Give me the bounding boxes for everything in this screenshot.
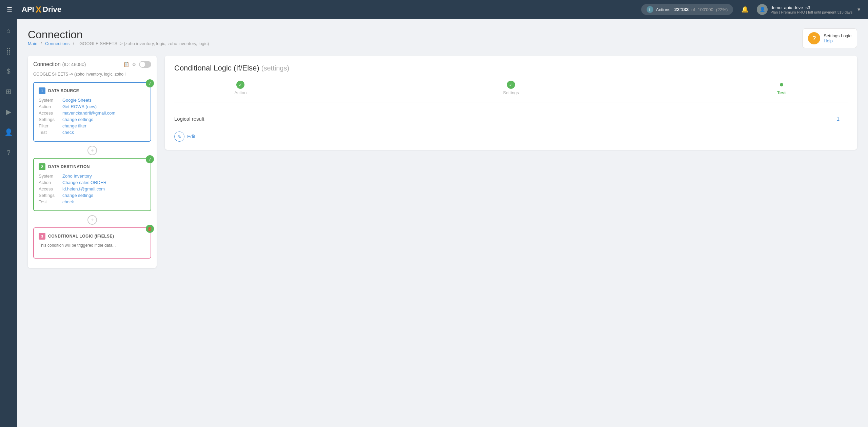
sidebar: ⌂ ⣿ $ ⊞ ▶ 👤 ? bbox=[0, 19, 17, 427]
topnav: ☰ APIXDrive i Actions: 22'133 of 100'000… bbox=[0, 0, 868, 19]
right-panel: Conditional Logic (If/Else) (settings) ✓… bbox=[165, 56, 857, 150]
step-settings-check: ✓ bbox=[507, 81, 515, 89]
enable-toggle[interactable] bbox=[139, 61, 151, 68]
add-connector-2[interactable]: + bbox=[87, 215, 97, 225]
step-line-1 bbox=[310, 88, 442, 88]
info-icon: i bbox=[647, 6, 653, 13]
source-test-val[interactable]: check bbox=[62, 130, 74, 135]
source-access-row: Access maverickandrii@gmail.com bbox=[39, 110, 146, 116]
step-test: Test bbox=[715, 81, 848, 95]
dest-settings-row: Settings change settings bbox=[39, 193, 146, 198]
connection-card-header: Connection (ID: 48080) 📋 ⚙ bbox=[33, 61, 151, 68]
dest-test-val[interactable]: check bbox=[62, 199, 74, 204]
notifications-bell[interactable]: 🔔 bbox=[741, 6, 749, 13]
breadcrumb-current: GOOGLE SHEETS -> (zoho inventory, logic,… bbox=[79, 41, 209, 46]
chevron-down-icon: ▼ bbox=[856, 7, 861, 12]
source-number: 1 bbox=[39, 87, 45, 94]
destination-number: 2 bbox=[39, 163, 45, 170]
breadcrumb-sep2: / bbox=[73, 41, 74, 46]
help-icon: ? bbox=[808, 32, 820, 44]
connector-2: + bbox=[33, 215, 151, 225]
source-test-row: Test check bbox=[39, 130, 146, 135]
dest-system-row: System Zoho Inventory bbox=[39, 174, 146, 179]
breadcrumb-main[interactable]: Main bbox=[28, 41, 37, 46]
source-filter-label: Filter bbox=[39, 123, 62, 128]
step-action-label: Action bbox=[234, 90, 246, 95]
dest-test-label: Test bbox=[39, 199, 62, 204]
source-access-label: Access bbox=[39, 110, 62, 116]
panel-title-text: Conditional Logic (If/Else) bbox=[174, 64, 259, 72]
logo-api: API bbox=[22, 5, 34, 14]
steps-bar: ✓ Action ✓ Settings Test bbox=[174, 81, 848, 102]
panel-title: Conditional Logic (If/Else) (settings) bbox=[174, 64, 848, 73]
source-title: DATA SOURCE bbox=[48, 88, 79, 93]
breadcrumb-sep1: / bbox=[41, 41, 42, 46]
panel-settings-label: (settings) bbox=[261, 64, 289, 72]
sidebar-item-billing[interactable]: $ bbox=[2, 65, 15, 77]
source-system-val[interactable]: Google Sheets bbox=[62, 98, 92, 103]
source-test-label: Test bbox=[39, 130, 62, 135]
dest-test-row: Test check bbox=[39, 199, 146, 204]
source-check-icon: ✓ bbox=[146, 79, 154, 87]
card-icons: 📋 ⚙ bbox=[123, 61, 151, 68]
sidebar-item-briefcase[interactable]: ⊞ bbox=[2, 85, 15, 98]
copy-icon[interactable]: 📋 bbox=[123, 62, 129, 67]
help-label[interactable]: Help bbox=[824, 38, 851, 43]
destination-header: 2 DATA DESTINATION bbox=[39, 163, 146, 170]
sidebar-item-home[interactable]: ⌂ bbox=[2, 24, 15, 37]
dest-access-row: Access ld.helen.f@gmail.com bbox=[39, 186, 146, 191]
help-button[interactable]: ? Settings Logic Help bbox=[802, 28, 857, 48]
add-connector-1[interactable]: + bbox=[87, 146, 97, 155]
step-line-2 bbox=[580, 88, 712, 88]
dest-access-val[interactable]: ld.helen.f@gmail.com bbox=[62, 186, 105, 191]
data-source-block: ✓ 1 DATA SOURCE System Google Sheets Act… bbox=[33, 82, 151, 142]
step-test-dot bbox=[780, 83, 783, 86]
menu-button[interactable]: ☰ bbox=[7, 6, 12, 13]
connector-1: + bbox=[33, 146, 151, 155]
source-header: 1 DATA SOURCE bbox=[39, 87, 146, 94]
dest-system-val[interactable]: Zoho Inventory bbox=[62, 174, 92, 179]
settings-gear-icon[interactable]: ⚙ bbox=[132, 62, 136, 67]
result-row: Logical result 1 bbox=[174, 112, 848, 126]
dest-action-label: Action bbox=[39, 180, 62, 185]
data-destination-block: ✓ 2 DATA DESTINATION System Zoho Invento… bbox=[33, 158, 151, 211]
step-action: ✓ Action bbox=[174, 81, 307, 95]
edit-button[interactable]: ✎ Edit bbox=[174, 131, 848, 142]
step-test-label: Test bbox=[777, 90, 786, 95]
actions-count: 22'133 bbox=[674, 7, 689, 12]
sidebar-item-connections[interactable]: ⣿ bbox=[2, 45, 15, 57]
conditional-number: 3 bbox=[39, 233, 45, 240]
breadcrumb-connections[interactable]: Connections bbox=[45, 41, 70, 46]
avatar: 👤 bbox=[757, 4, 768, 15]
dest-settings-val[interactable]: change settings bbox=[62, 193, 93, 198]
sidebar-item-help[interactable]: ? bbox=[2, 146, 15, 159]
sidebar-item-youtube[interactable]: ▶ bbox=[2, 106, 15, 118]
settings-logic-label: Settings Logic bbox=[824, 33, 851, 38]
source-system-row: System Google Sheets bbox=[39, 98, 146, 103]
source-settings-val[interactable]: change settings bbox=[62, 117, 93, 122]
actions-total: 100'000 bbox=[698, 7, 713, 12]
source-access-val[interactable]: maverickandrii@gmail.com bbox=[62, 110, 115, 116]
edit-icon: ✎ bbox=[174, 131, 184, 142]
connection-id: (ID: 48080) bbox=[62, 62, 86, 67]
source-system-label: System bbox=[39, 98, 62, 103]
username: demo_apix-drive_s3 bbox=[770, 5, 852, 10]
connection-card: Connection (ID: 48080) 📋 ⚙ GOOGLE SHEETS… bbox=[28, 56, 157, 268]
result-value: 1 bbox=[837, 116, 840, 122]
source-filter-row: Filter change filter bbox=[39, 123, 146, 128]
dest-settings-label: Settings bbox=[39, 193, 62, 198]
sidebar-item-user[interactable]: 👤 bbox=[2, 126, 15, 138]
result-label: Logical result bbox=[174, 116, 837, 122]
conditional-subtitle: This condition will be triggered if the … bbox=[39, 243, 146, 248]
conditional-title: CONDITIONAL LOGIC (IF/ELSE) bbox=[48, 234, 114, 239]
conditional-delete-icon[interactable]: 🗑 bbox=[146, 225, 154, 233]
actions-counter: i Actions: 22'133 of 100'000 (22%) bbox=[641, 4, 733, 15]
source-action-row: Action Get ROWS (new) bbox=[39, 104, 146, 109]
user-menu[interactable]: 👤 demo_apix-drive_s3 Plan | Premium PRO … bbox=[757, 4, 861, 15]
step-settings: ✓ Settings bbox=[445, 81, 577, 95]
source-filter-val[interactable]: change filter bbox=[62, 123, 86, 128]
actions-pct: (22%) bbox=[716, 7, 728, 12]
destination-check-icon: ✓ bbox=[146, 155, 154, 163]
source-action-val: Get ROWS (new) bbox=[62, 104, 97, 109]
step-action-check: ✓ bbox=[236, 81, 244, 89]
